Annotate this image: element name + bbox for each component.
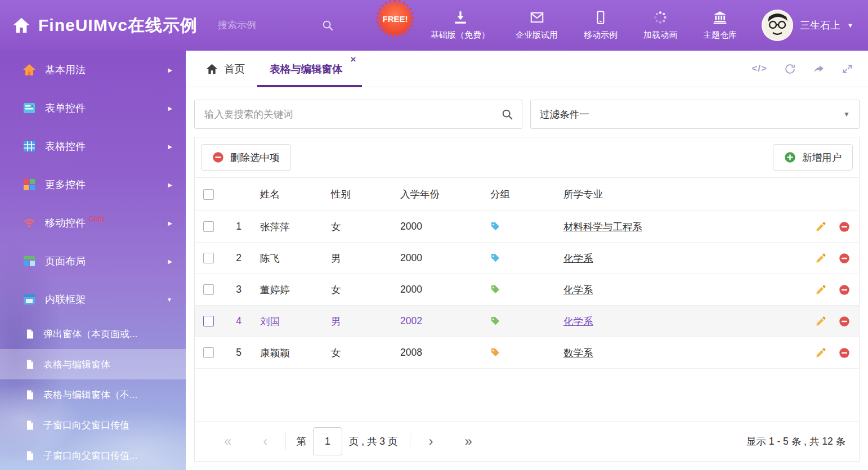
page-prefix-label: 第 [296,435,306,448]
page-suffix-label: 页 , 共 3 页 [349,435,398,448]
bank-icon [713,10,727,25]
first-page-button[interactable]: « [208,435,247,448]
prev-page-button[interactable]: ‹ [247,435,283,448]
sidebar-submenu: 弹出窗体（本页面或... 表格与编辑窗体 表格与编辑窗体（不... 子窗口向父窗… [0,319,186,470]
major-link[interactable]: 数学系 [563,347,593,359]
frame-icon [23,293,36,306]
nav-item-label: 移动示例 [584,30,618,41]
column-header-name: 姓名 [256,187,326,201]
cell-name: 董婷婷 [256,283,326,297]
keyword-search-input[interactable] [203,108,501,121]
button-label: 新增用户 [802,151,842,164]
free-badge-label: FREE! [383,14,408,24]
row-checkbox[interactable] [203,253,214,263]
major-link[interactable]: 化学系 [563,284,593,296]
major-link[interactable]: 化学系 [563,316,593,327]
major-link[interactable]: 化学系 [563,253,593,264]
delete-icon[interactable] [839,284,850,296]
home-icon [23,63,36,77]
cell-gender: 男 [326,315,396,328]
file-icon [25,329,35,339]
sidebar-item-label: 页面布局 [45,254,86,268]
user-name: 三生石上 [800,19,840,32]
plus-circle-icon [784,151,796,163]
nav-item-enterprise-trial[interactable]: 企业版试用 [516,10,558,41]
sidebar-subitem-label: 表格与编辑窗体 [43,358,110,371]
delete-icon[interactable] [839,221,850,232]
close-tab-icon[interactable]: × [351,55,356,64]
search-icon[interactable] [321,19,334,32]
sidebar-item-label: 内联框架 [45,293,86,306]
delete-icon[interactable] [839,253,850,264]
next-page-button[interactable]: › [413,435,449,448]
cell-gender: 女 [326,346,396,360]
sidebar-subitem-grid-edit-window-2[interactable]: 表格与编辑窗体（不... [0,379,186,410]
tab-home[interactable]: 首页 [194,51,257,87]
sidebar-item-grid-controls[interactable]: 表格控件 ▶ [0,127,186,165]
user-menu[interactable]: 三生石上 ▼ [762,10,853,41]
row-checkbox[interactable] [203,316,214,326]
sidebar-item-iframe[interactable]: 内联框架 ▼ [0,280,186,319]
page-number-input[interactable] [313,427,342,455]
sidebar-item-form-controls[interactable]: 表单控件 ▶ [0,89,186,127]
nav-item-mobile-demo[interactable]: 移动示例 [584,10,618,41]
edit-icon[interactable] [815,284,826,296]
nav-item-label: 加载动画 [643,30,677,41]
nav-item-basic-free[interactable]: 基础版（免费） [431,10,490,41]
view-source-icon[interactable]: </> [751,63,767,74]
row-checkbox[interactable] [203,221,214,232]
corp-badge: Corp. [89,215,106,223]
search-icon[interactable] [501,108,513,120]
sidebar: 基本用法 ▶ 表单控件 ▶ 表格控件 ▶ 更多控件 ▶ 移动控件 Cor [0,51,186,470]
sidebar-subitem-popup-window[interactable]: 弹出窗体（本页面或... [0,319,186,349]
row-index: 3 [222,284,256,296]
cell-gender: 女 [326,283,396,297]
last-page-button[interactable]: » [449,435,487,448]
fullscreen-icon[interactable] [842,63,853,75]
select-all-checkbox[interactable] [203,189,214,200]
edit-icon[interactable] [815,221,826,232]
column-header-gender: 性别 [326,187,396,201]
sidebar-item-mobile-controls[interactable]: 移动控件 Corp. ▶ [0,204,186,242]
tab-grid-edit-window[interactable]: 表格与编辑窗体 × [257,51,362,87]
app-logo[interactable]: FineUIMvc在线示例 [12,14,198,37]
cell-name: 陈飞 [256,252,326,265]
nav-item-theme-repo[interactable]: 主题仓库 [703,10,737,41]
edit-icon[interactable] [815,253,826,264]
column-header-group: 分组 [485,187,557,201]
cell-year: 2008 [396,347,485,359]
header-search [217,19,334,32]
delete-selected-button[interactable]: 删除选中项 [201,144,291,171]
edit-icon[interactable] [815,316,826,327]
delete-icon[interactable] [839,347,850,359]
share-icon[interactable] [813,63,825,75]
spinner-icon [653,10,668,25]
table-row-selected: 4 刘国 男 2002 化学系 [195,306,859,337]
app-header: FineUIMvc在线示例 FREE! 基础版（免费） 企业版试用 移动示例 加 [0,0,868,51]
home-icon [206,63,218,75]
row-checkbox[interactable] [203,284,214,295]
add-user-button[interactable]: 新增用户 [773,144,853,171]
refresh-icon[interactable] [784,63,796,75]
sidebar-item-label: 更多控件 [45,178,86,191]
header-search-input[interactable] [217,19,292,32]
sidebar-item-more-controls[interactable]: 更多控件 ▶ [0,165,186,204]
edit-icon[interactable] [815,347,826,359]
sidebar-subitem-child-to-parent[interactable]: 子窗口向父窗口传值 [0,410,186,440]
row-checkbox[interactable] [203,347,214,358]
sidebar-subitem-grid-edit-window[interactable]: 表格与编辑窗体 [0,349,186,379]
tag-icon [490,222,500,231]
envelope-icon [530,10,544,25]
nav-item-loading-animation[interactable]: 加载动画 [643,10,677,41]
sidebar-subitem-child-to-parent-2[interactable]: 子窗口向父窗口传值... [0,440,186,470]
delete-icon[interactable] [839,316,850,327]
file-icon [25,359,35,370]
row-index: 5 [222,347,256,359]
row-index: 1 [222,221,256,232]
filter-dropdown[interactable]: 过滤条件一 ▼ [530,100,860,129]
sidebar-item-page-layout[interactable]: 页面布局 ▶ [0,242,186,280]
cell-gender: 女 [326,220,396,234]
free-badge[interactable]: FREE! [379,2,411,35]
major-link[interactable]: 材料科学与工程系 [563,221,642,232]
sidebar-item-basic-usage[interactable]: 基本用法 ▶ [0,51,186,89]
